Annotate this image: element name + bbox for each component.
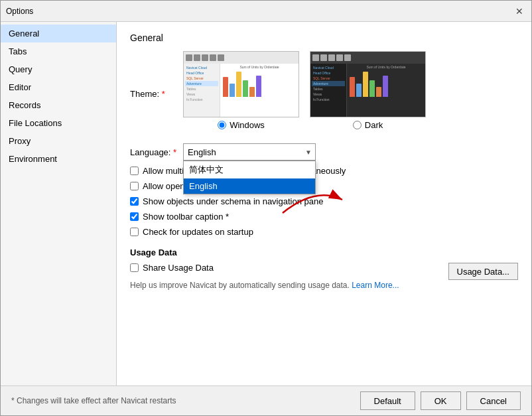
cancel-button[interactable]: Cancel bbox=[466, 391, 521, 410]
learn-more-link[interactable]: Learn More... bbox=[352, 281, 399, 290]
usage-left: Share Usage Data Help us improve Navicat… bbox=[130, 263, 399, 290]
mini-bars-light bbox=[222, 70, 297, 97]
light-bar bbox=[223, 77, 228, 97]
mini-icon-1 bbox=[186, 54, 192, 61]
mini-icon-d3 bbox=[328, 54, 335, 61]
content-area: General Tabs Query Editor Records File L… bbox=[1, 22, 531, 385]
mini-icon-3 bbox=[202, 54, 208, 61]
language-row: Language: * English ▼ 简体中文 English bbox=[130, 143, 518, 161]
dark-bar bbox=[369, 80, 375, 97]
language-select[interactable]: English bbox=[183, 143, 316, 161]
options-window: Options ✕ General Tabs Query Editor Reco… bbox=[0, 0, 532, 416]
mini-icon-d4 bbox=[336, 54, 343, 61]
dark-bar bbox=[356, 84, 362, 97]
checkbox-allow-multiple-input[interactable] bbox=[130, 167, 139, 175]
usage-section-title: Usage Data bbox=[130, 247, 518, 257]
checkbox-share-usage-input[interactable] bbox=[130, 263, 139, 272]
checkbox-share-usage-label: Share Usage Data bbox=[143, 263, 214, 273]
close-button[interactable]: ✕ bbox=[513, 5, 526, 18]
language-dropdown-popup: 简体中文 English bbox=[183, 161, 316, 194]
sidebar-item-file-locations[interactable]: File Locations bbox=[1, 114, 116, 132]
dark-bar bbox=[383, 76, 388, 97]
mini-icon-d1 bbox=[312, 54, 319, 61]
usage-data-button[interactable]: Usage Data... bbox=[448, 263, 519, 280]
windows-label: Windows bbox=[230, 120, 265, 130]
mini-icon-4 bbox=[210, 54, 216, 61]
sidebar-item-environment[interactable]: Environment bbox=[1, 150, 116, 168]
mini-toolbar-light bbox=[184, 52, 299, 64]
theme-thumbnail-dark: Navicat Cloud Head Office SQL Server Adv… bbox=[310, 51, 426, 117]
default-button[interactable]: Default bbox=[360, 391, 415, 410]
bottom-bar: * Changes will take effect after Navicat… bbox=[1, 385, 531, 415]
light-bar bbox=[249, 87, 255, 97]
mini-chart-light: Sum of Units by Orderdate bbox=[220, 64, 299, 117]
checkbox-show-objects-label: Show objects under schema in navigation … bbox=[143, 196, 323, 206]
mini-toolbar-dark bbox=[310, 52, 425, 64]
usage-description: Help us improve Navicat by automatically… bbox=[130, 281, 399, 290]
language-option-english[interactable]: English bbox=[184, 178, 315, 194]
checkbox-updates-label: Check for updates on startup bbox=[143, 227, 253, 237]
mini-body-dark: Navicat Cloud Head Office SQL Server Adv… bbox=[310, 64, 425, 117]
light-bar bbox=[230, 84, 235, 97]
checkbox-show-toolbar: Show toolbar caption * bbox=[130, 212, 518, 222]
windows-radio-option[interactable]: Windows bbox=[218, 120, 265, 130]
checkbox-show-objects: Show objects under schema in navigation … bbox=[130, 196, 518, 206]
checkbox-updates: Check for updates on startup bbox=[130, 227, 518, 237]
mini-sidebar-light: Navicat Cloud Head Office SQL Server Adv… bbox=[184, 64, 220, 117]
window-title: Options bbox=[6, 7, 33, 16]
dark-bar bbox=[376, 87, 381, 97]
mini-icon-5 bbox=[218, 54, 224, 61]
windows-radio[interactable] bbox=[218, 121, 226, 129]
bottom-buttons: Default OK Cancel bbox=[360, 391, 521, 410]
theme-option-dark[interactable]: Navicat Cloud Head Office SQL Server Adv… bbox=[310, 51, 426, 130]
section-title: General bbox=[130, 33, 518, 43]
usage-row: Share Usage Data Help us improve Navicat… bbox=[130, 263, 518, 290]
bottom-note: * Changes will take effect after Navicat… bbox=[11, 396, 176, 405]
mini-icon-d5 bbox=[344, 54, 351, 61]
usage-section: Usage Data Share Usage Data Help us impr… bbox=[130, 247, 518, 290]
theme-option-windows[interactable]: Navicat Cloud Head Office SQL Server Adv… bbox=[183, 51, 299, 130]
dark-bar bbox=[363, 72, 368, 97]
mini-icon-2 bbox=[194, 54, 200, 61]
checkbox-show-objects-input[interactable] bbox=[130, 197, 139, 206]
dark-bar bbox=[350, 77, 355, 97]
sidebar-item-proxy[interactable]: Proxy bbox=[1, 132, 116, 150]
sidebar-item-general[interactable]: General bbox=[1, 25, 116, 42]
mini-body-light: Navicat Cloud Head Office SQL Server Adv… bbox=[184, 64, 299, 117]
theme-options: Navicat Cloud Head Office SQL Server Adv… bbox=[183, 51, 426, 130]
theme-thumbnail-windows: Navicat Cloud Head Office SQL Server Adv… bbox=[183, 51, 299, 117]
checkbox-show-toolbar-input[interactable] bbox=[130, 212, 139, 221]
sidebar-item-query[interactable]: Query bbox=[1, 60, 116, 78]
title-bar: Options ✕ bbox=[1, 1, 531, 22]
dark-label: Dark bbox=[365, 120, 383, 130]
checkbox-updates-input[interactable] bbox=[130, 228, 139, 236]
checkbox-share-usage: Share Usage Data bbox=[130, 263, 399, 273]
sidebar: General Tabs Query Editor Records File L… bbox=[1, 22, 117, 385]
sidebar-item-tabs[interactable]: Tabs bbox=[1, 42, 116, 60]
theme-label: Theme: * bbox=[130, 89, 183, 99]
dark-radio[interactable] bbox=[353, 121, 362, 129]
light-bar bbox=[256, 76, 261, 97]
language-option-chinese[interactable]: 简体中文 bbox=[184, 161, 315, 178]
mini-icon-d2 bbox=[320, 54, 327, 61]
light-bar bbox=[243, 80, 248, 97]
sidebar-item-editor[interactable]: Editor bbox=[1, 78, 116, 96]
mini-chart-dark: Sum of Units by Orderdate bbox=[347, 64, 425, 117]
ok-button[interactable]: OK bbox=[421, 391, 461, 410]
light-bar bbox=[236, 72, 241, 97]
main-content: General Theme: * bbox=[117, 22, 531, 385]
dark-radio-option[interactable]: Dark bbox=[353, 120, 383, 130]
mini-bars-dark bbox=[348, 70, 424, 97]
checkbox-multiple-forms-input[interactable] bbox=[130, 182, 139, 190]
checkbox-show-toolbar-label: Show toolbar caption * bbox=[143, 212, 229, 222]
language-dropdown-container: English ▼ 简体中文 English bbox=[183, 143, 316, 161]
language-label: Language: * bbox=[130, 147, 183, 157]
sidebar-item-records[interactable]: Records bbox=[1, 96, 116, 114]
mini-sidebar-dark: Navicat Cloud Head Office SQL Server Adv… bbox=[310, 64, 347, 117]
theme-row: Theme: * bbox=[130, 51, 518, 137]
